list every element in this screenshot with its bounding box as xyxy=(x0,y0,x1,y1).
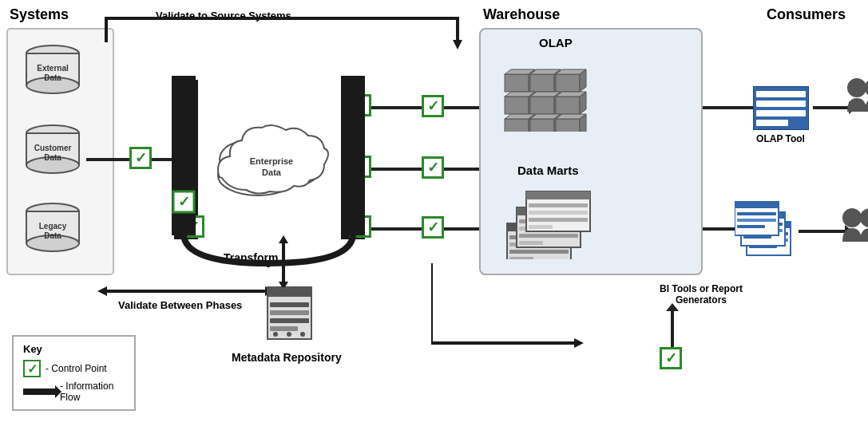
svg-rect-97 xyxy=(737,219,776,222)
check-box-bi: ✓ xyxy=(660,347,682,369)
svg-text:Data: Data xyxy=(44,231,61,240)
arrow-systems-to-check xyxy=(86,158,130,161)
svg-rect-96 xyxy=(737,212,776,215)
check-box-wh-top: ✓ xyxy=(422,95,444,117)
svg-rect-73 xyxy=(529,211,588,215)
key-box: Key ✓ - Control Point - Information Flow xyxy=(12,335,136,411)
olap-tool-label: OLAP Tool xyxy=(751,133,811,144)
arrow-to-wh-top xyxy=(444,106,484,109)
key-title: Key xyxy=(23,343,125,355)
svg-rect-52 xyxy=(530,119,554,132)
svg-rect-79 xyxy=(756,110,806,116)
key-control-point: ✓ - Control Point xyxy=(23,360,125,377)
svg-rect-80 xyxy=(756,120,788,126)
svg-rect-31 xyxy=(505,74,529,92)
svg-rect-69 xyxy=(519,241,543,245)
arrow-to-wh-mid xyxy=(444,168,484,171)
arrow-marts-to-bi xyxy=(703,227,739,231)
svg-text:Data: Data xyxy=(44,153,61,162)
bi-tools-icon xyxy=(735,198,799,265)
svg-rect-98 xyxy=(737,225,765,228)
arrow-olap-to-tool xyxy=(703,106,755,109)
svg-rect-63 xyxy=(509,257,533,259)
svg-rect-111 xyxy=(270,326,298,331)
arrow-load-mid xyxy=(371,168,423,171)
arrow-bi-to-people xyxy=(799,230,845,233)
arrow-to-bi-check xyxy=(431,263,623,383)
svg-point-99 xyxy=(842,208,862,227)
svg-marker-105 xyxy=(97,286,107,296)
olap-label: OLAP xyxy=(539,36,573,49)
arrow-load-bot xyxy=(371,227,423,231)
arrow-bi-check-up xyxy=(671,311,674,347)
svg-rect-68 xyxy=(519,234,578,238)
svg-rect-95 xyxy=(735,202,779,208)
arrow-load-top xyxy=(371,106,423,109)
svg-rect-62 xyxy=(509,250,569,254)
svg-rect-110 xyxy=(270,318,309,323)
svg-point-100 xyxy=(860,208,868,227)
check-box-wh-mid: ✓ xyxy=(422,156,444,179)
svg-marker-117 xyxy=(279,282,288,287)
svg-point-113 xyxy=(287,332,291,337)
metadata-repository-label: Metadata Repository xyxy=(232,351,342,364)
svg-rect-55 xyxy=(556,119,580,132)
svg-rect-78 xyxy=(756,101,806,107)
svg-rect-77 xyxy=(756,91,806,97)
arrow-check1-extract xyxy=(152,158,174,161)
arrow-metadata-up xyxy=(271,235,295,287)
svg-rect-26 xyxy=(341,76,365,235)
customer-data-db: Customer Data xyxy=(22,124,83,181)
svg-marker-116 xyxy=(279,235,288,243)
legacy-data-db: Legacy Data xyxy=(22,202,83,259)
validate-source-path xyxy=(6,6,470,54)
svg-text:Data: Data xyxy=(44,73,61,82)
svg-point-112 xyxy=(273,332,278,337)
svg-text:Legacy: Legacy xyxy=(39,222,67,231)
consumers-group-2 xyxy=(840,206,868,269)
validate-phases-path xyxy=(6,263,486,327)
key-info-flow: - Information Flow xyxy=(23,381,125,403)
svg-rect-34 xyxy=(530,74,554,92)
svg-rect-72 xyxy=(529,203,588,207)
svg-point-82 xyxy=(865,78,868,97)
svg-rect-108 xyxy=(270,302,309,307)
svg-rect-40 xyxy=(505,97,529,114)
svg-text:External: External xyxy=(37,64,69,73)
consumers-label: Consumers xyxy=(767,6,846,23)
diagram-container: Systems Warehouse Consumers External Dat… xyxy=(0,0,868,430)
olap-cubes xyxy=(503,52,599,135)
svg-rect-37 xyxy=(556,74,580,92)
svg-rect-71 xyxy=(526,191,590,199)
data-marts-icon xyxy=(503,179,599,262)
svg-text:Customer: Customer xyxy=(34,144,72,152)
data-marts-label: Data Marts xyxy=(517,164,579,177)
svg-point-81 xyxy=(847,78,866,97)
check-box-1: ✓ xyxy=(129,147,152,169)
consumers-group-1 xyxy=(845,76,868,139)
check-box-wh-bot: ✓ xyxy=(422,216,444,239)
warehouse-label: Warehouse xyxy=(483,6,560,23)
svg-marker-102 xyxy=(453,40,462,49)
svg-rect-75 xyxy=(529,225,553,229)
svg-rect-74 xyxy=(529,218,588,222)
svg-rect-107 xyxy=(268,287,311,297)
metadata-repository-icon xyxy=(264,283,315,350)
svg-rect-43 xyxy=(530,97,554,114)
svg-marker-120 xyxy=(574,338,584,348)
svg-rect-109 xyxy=(270,310,309,315)
arrow-to-wh-bot xyxy=(444,227,484,231)
svg-text:✓: ✓ xyxy=(178,194,190,210)
svg-rect-46 xyxy=(556,97,580,114)
arrow-tool-to-people xyxy=(813,106,849,109)
olap-tool-icon xyxy=(753,86,809,133)
svg-rect-49 xyxy=(505,119,529,132)
svg-point-114 xyxy=(300,332,305,337)
bi-tools-label: BI Tools or Report Generators xyxy=(653,283,749,306)
